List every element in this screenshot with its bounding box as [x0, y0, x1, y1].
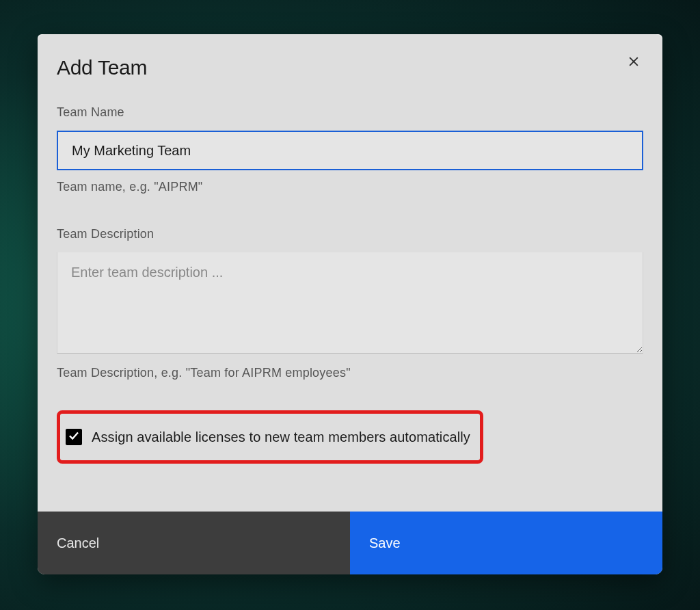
close-button[interactable]: [624, 53, 643, 72]
assign-licenses-label[interactable]: Assign available licenses to new team me…: [92, 429, 470, 445]
modal-body: Add Team Team Name Team name, e.g. "AIPR…: [38, 34, 662, 512]
team-name-field-group: Team Name Team name, e.g. "AIPRM": [57, 105, 643, 194]
team-name-input[interactable]: [57, 131, 643, 170]
team-description-helper: Team Description, e.g. "Team for AIPRM e…: [57, 366, 643, 380]
team-name-helper: Team name, e.g. "AIPRM": [57, 180, 643, 194]
modal-footer: Cancel Save: [38, 512, 662, 574]
save-button[interactable]: Save: [350, 512, 662, 574]
team-description-label: Team Description: [57, 227, 643, 241]
modal-title: Add Team: [57, 56, 643, 79]
cancel-button[interactable]: Cancel: [38, 512, 350, 574]
add-team-modal: Add Team Team Name Team name, e.g. "AIPR…: [38, 34, 662, 574]
team-description-input[interactable]: [57, 252, 643, 354]
checkmark-icon: [68, 429, 80, 445]
assign-licenses-checkbox[interactable]: [66, 429, 82, 445]
assign-licenses-highlight: Assign available licenses to new team me…: [57, 410, 483, 464]
close-icon: [627, 55, 641, 71]
team-description-field-group: Team Description Team Description, e.g. …: [57, 227, 643, 380]
team-name-label: Team Name: [57, 105, 643, 120]
